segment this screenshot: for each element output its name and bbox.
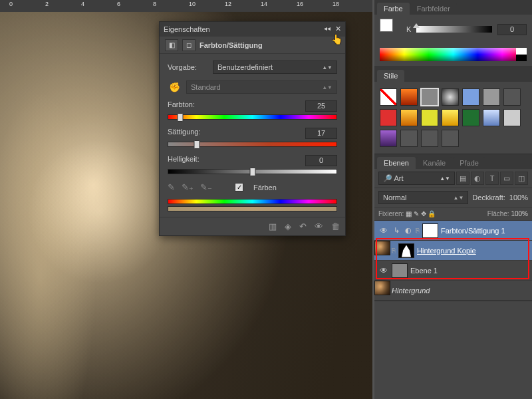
clip-indicator-icon: ↳ (392, 226, 401, 235)
style-swatch[interactable] (421, 88, 438, 106)
opacity-value[interactable]: 100% (509, 194, 528, 201)
close-icon[interactable]: ✕ (335, 25, 341, 33)
mask-icon[interactable]: ◻ (182, 39, 196, 51)
hue-gradient-top (168, 199, 337, 204)
filter-adjust-icon[interactable]: ◐ (471, 172, 484, 185)
opacity-label: Deckkraft: (472, 194, 505, 201)
layer-row[interactable]: 👁 ⎘ Hintergrund Kopie (374, 241, 532, 261)
properties-title: Eigenschaften (164, 25, 210, 33)
fill-value[interactable]: 100% (511, 210, 528, 217)
lock-paint-icon[interactable]: ✎ (414, 210, 419, 217)
preset-label: Vorgabe: (168, 63, 207, 71)
styles-panel: Stile (374, 67, 532, 154)
prev-icon[interactable]: ◈ (285, 221, 291, 231)
hue-label: Farbton: (168, 100, 195, 112)
style-swatch[interactable] (503, 88, 521, 106)
layer-row[interactable]: 👁 ↳ ◐ ⎘ Farbton/Sättigung 1 (374, 221, 532, 241)
style-swatch[interactable] (421, 109, 438, 126)
lock-all-icon[interactable]: 🔒 (428, 210, 436, 217)
style-swatch[interactable] (421, 130, 438, 147)
adjustment-name: Farbton/Sättigung (200, 41, 263, 49)
tab-pfade[interactable]: Pfade (453, 157, 485, 169)
color-spectrum[interactable] (380, 48, 527, 61)
clip-icon[interactable]: ▥ (269, 221, 277, 231)
color-panel: Farbe Farbfelder K 0 (374, 0, 532, 67)
eyedropper-sub-icon[interactable]: ✎₋ (200, 182, 212, 192)
saturation-value[interactable]: 17 (305, 128, 337, 139)
hand-tool-icon[interactable]: ✊ (168, 82, 181, 92)
layer-thumb[interactable] (374, 281, 390, 295)
k-label: K (406, 25, 411, 33)
adjustment-icon[interactable]: ◧ (165, 39, 178, 51)
lightness-slider[interactable] (168, 169, 337, 174)
fg-bg-swatch[interactable] (380, 19, 401, 40)
channel-select[interactable]: Standard▲▼ (186, 80, 337, 94)
style-swatch[interactable] (442, 130, 459, 147)
layer-filter-select[interactable]: 🔎 Art▲▼ (378, 172, 455, 185)
reset-icon[interactable]: ↶ (299, 221, 307, 231)
hue-value[interactable]: 25 (305, 100, 337, 112)
saturation-slider[interactable] (168, 142, 337, 147)
tab-farbfelder[interactable]: Farbfelder (410, 3, 457, 15)
eyedropper-add-icon[interactable]: ✎₊ (182, 182, 194, 192)
style-swatch[interactable] (380, 130, 397, 147)
style-none[interactable] (380, 88, 397, 106)
style-swatch[interactable] (462, 88, 479, 106)
visibility-icon[interactable]: 👁 (378, 266, 389, 275)
lightness-value[interactable]: 0 (305, 155, 337, 166)
visibility-icon[interactable]: 👁 (315, 221, 323, 231)
filter-type-icon[interactable]: T (485, 172, 499, 185)
style-swatch[interactable] (462, 109, 479, 126)
style-swatch[interactable] (380, 109, 397, 126)
layer-mask-thumb[interactable] (398, 243, 414, 258)
layer-list: 👁 ↳ ◐ ⎘ Farbton/Sättigung 1 👁 ⎘ Hintergr… (374, 221, 532, 301)
layer-name[interactable]: Farbton/Sättigung 1 (441, 227, 528, 235)
layer-name[interactable]: Hintergrund (392, 287, 528, 295)
style-swatch[interactable] (400, 88, 418, 106)
filter-shape-icon[interactable]: ▭ (500, 172, 513, 185)
properties-titlebar[interactable]: Eigenschaften ◂◂ ✕ 👆 (160, 22, 345, 37)
layer-thumb[interactable] (392, 263, 408, 278)
tab-stile[interactable]: Stile (377, 70, 404, 82)
layer-row[interactable]: 👁 Ebene 1 (374, 261, 532, 281)
layer-row[interactable]: 👁 Hintergrund (374, 281, 532, 301)
layer-thumb[interactable] (374, 241, 390, 255)
properties-panel: Eigenschaften ◂◂ ✕ 👆 ◧ ◻ Farbton/Sättigu… (159, 21, 346, 236)
fill-label: Fläche: (487, 210, 509, 217)
tab-farbe[interactable]: Farbe (377, 3, 410, 15)
blend-mode-select[interactable]: Normal▲▼ (378, 191, 468, 204)
hue-slider[interactable] (168, 114, 337, 120)
trash-icon[interactable]: 🗑 (331, 221, 340, 231)
properties-footer: ▥ ◈ ↶ 👁 🗑 (160, 217, 345, 235)
style-swatch[interactable] (503, 109, 521, 126)
link-icon[interactable]: ⎘ (392, 247, 396, 254)
layer-mask-thumb[interactable] (422, 223, 438, 238)
style-swatch[interactable] (483, 109, 500, 126)
colorize-checkbox[interactable]: ✓ (235, 183, 243, 192)
preset-select[interactable]: Benutzerdefiniert▲▼ (213, 61, 337, 74)
link-icon[interactable]: ⎘ (416, 227, 420, 234)
filter-pixel-icon[interactable]: ▤ (456, 172, 469, 185)
k-value[interactable]: 0 (497, 24, 527, 35)
style-swatch[interactable] (483, 88, 500, 106)
lightness-label: Helligkeit: (168, 155, 200, 166)
collapse-icon[interactable]: ◂◂ (324, 25, 331, 32)
style-swatch[interactable] (442, 109, 459, 126)
eyedropper-icon[interactable]: ✎ (168, 182, 175, 192)
properties-subheader: ◧ ◻ Farbton/Sättigung (160, 37, 345, 54)
visibility-icon[interactable]: 👁 (378, 226, 389, 235)
tab-kanaele[interactable]: Kanäle (416, 157, 452, 169)
tab-ebenen[interactable]: Ebenen (377, 157, 416, 169)
lock-move-icon[interactable]: ✥ (421, 210, 426, 217)
layer-name[interactable]: Ebene 1 (410, 267, 528, 275)
hue-gradient-bottom (168, 206, 337, 211)
right-panels: Farbe Farbfelder K 0 Stile (374, 0, 532, 399)
lock-trans-icon[interactable]: ▦ (406, 210, 412, 217)
layer-name[interactable]: Hintergrund Kopie (417, 247, 528, 255)
k-slider[interactable] (416, 26, 492, 33)
style-swatch[interactable] (400, 109, 418, 126)
layers-panel: Ebenen Kanäle Pfade 🔎 Art▲▼ ▤ ◐ T ▭ ◫ No… (374, 154, 532, 301)
style-swatch[interactable] (400, 130, 418, 147)
filter-smart-icon[interactable]: ◫ (515, 172, 528, 185)
style-swatch[interactable] (442, 88, 459, 106)
